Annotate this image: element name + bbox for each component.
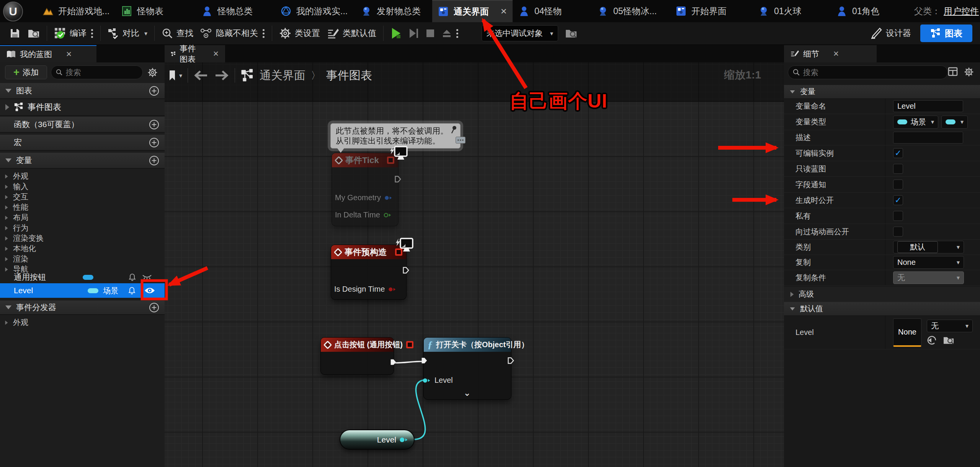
asset-thumbnail[interactable]: None — [893, 318, 921, 347]
category-interaction[interactable]: 交互 — [0, 192, 165, 202]
section-event-dispatchers[interactable]: 事件分发器 — [0, 300, 165, 315]
tab-asset-start-ui[interactable]: 开始界面 — [670, 0, 732, 22]
save-button[interactable] — [9, 28, 21, 39]
exec-out-pin[interactable] — [402, 266, 410, 274]
close-tab-icon[interactable]: ✕ — [500, 7, 507, 16]
event-graph-row[interactable]: 事件图表 — [0, 99, 165, 116]
category-localization[interactable]: 本地化 — [0, 243, 165, 254]
tab-details[interactable]: 细节 ✕ — [784, 45, 877, 62]
row-advanced[interactable]: 高级 — [784, 287, 980, 302]
container-type-dropdown[interactable]: ▾ — [941, 116, 968, 129]
breadcrumb-leaf[interactable]: 事件图表 — [326, 68, 372, 83]
tab-asset-projectile-class[interactable]: 发射物总类 — [355, 0, 426, 22]
class-defaults-button[interactable]: 类默认值 — [327, 28, 376, 39]
node-event-tick[interactable]: 事件Tick My Geometry In Delta Time — [332, 153, 398, 226]
search-input[interactable] — [66, 68, 138, 77]
readonly-checkbox[interactable]: ✓ — [893, 164, 903, 174]
browse-to-asset-icon[interactable] — [943, 335, 954, 345]
close-tab-icon[interactable]: ✕ — [213, 49, 219, 58]
replication-select[interactable]: None ▾ — [893, 256, 964, 269]
description-input[interactable] — [893, 132, 963, 144]
nav-back-icon[interactable] — [193, 70, 209, 81]
debug-browse-button[interactable] — [565, 28, 577, 39]
section-variables[interactable]: 变量 — [0, 153, 165, 169]
breadcrumb-root[interactable]: 通关界面 — [260, 68, 305, 83]
browse-asset-button[interactable] — [28, 28, 40, 39]
search-input[interactable] — [803, 68, 943, 77]
pin-is-design-time[interactable]: Is Design Time — [334, 285, 397, 294]
tab-event-graph[interactable]: 事件图表 ✕ — [165, 45, 225, 62]
default-asset-select[interactable]: 无 ▾ — [927, 320, 973, 332]
node-open-level[interactable]: ƒ 打开关卡（按Object引用） Level ⌄ — [424, 338, 511, 399]
private-checkbox[interactable]: ✓ — [893, 211, 903, 221]
instance-editable-checkbox[interactable]: ✓ — [893, 148, 903, 158]
parent-class-link[interactable]: 用户控件 — [944, 5, 979, 17]
designer-button[interactable]: 设计器 — [870, 28, 911, 39]
bell-icon[interactable] — [129, 273, 136, 281]
category-behavior[interactable]: 行为 — [0, 223, 165, 233]
tab-asset-monster-class[interactable]: 怪物总类 — [196, 0, 258, 22]
unreal-logo-icon[interactable]: U — [3, 2, 23, 21]
tab-asset-monster-table[interactable]: 怪物表 — [116, 0, 169, 22]
tab-asset-05-monster-ice[interactable]: 05怪物冰... — [592, 0, 662, 22]
close-tab-icon[interactable]: ✕ — [66, 50, 72, 59]
use-selected-icon[interactable] — [927, 335, 937, 345]
nav-forward-icon[interactable] — [214, 70, 229, 81]
category-input[interactable]: 输入 — [0, 181, 165, 192]
tab-asset-01-character[interactable]: 01角色 — [831, 0, 885, 22]
exec-out-pin[interactable] — [507, 357, 514, 364]
find-button[interactable]: 查找 — [162, 28, 193, 39]
pin-level-output[interactable] — [399, 437, 408, 443]
section-default-value[interactable]: 默认值 — [784, 302, 980, 316]
category-appearance-bottom[interactable]: 外观 — [0, 317, 165, 328]
category-render-transform[interactable]: 渲染变换 — [0, 233, 165, 243]
frame-skip-button[interactable] — [409, 28, 419, 39]
debug-object-dropdown[interactable]: 未选中调试对象 ▾ — [482, 25, 558, 41]
variable-row-level[interactable]: Level 场景 — [0, 283, 165, 298]
hide-unrelated-button[interactable]: 隐藏不相关 — [200, 28, 258, 39]
exec-out-pin[interactable] — [394, 175, 402, 183]
stop-button[interactable] — [426, 29, 435, 38]
gear-icon[interactable] — [147, 67, 158, 78]
add-macro-icon[interactable] — [149, 137, 159, 148]
compile-button[interactable]: 编译 — [54, 27, 87, 39]
class-settings-button[interactable]: 类设置 — [279, 27, 320, 39]
variable-type-dropdown[interactable]: 场景 ▾ — [893, 116, 938, 129]
node-level-getter[interactable]: Level — [340, 429, 415, 450]
field-notify-checkbox[interactable]: ✓ — [893, 180, 903, 189]
expose-cinematics-checkbox[interactable]: ✓ — [893, 227, 903, 237]
category-performance[interactable]: 性能 — [0, 202, 165, 212]
tab-my-blueprint[interactable]: 我的蓝图 ✕ — [0, 45, 96, 62]
bell-icon[interactable] — [128, 287, 136, 294]
eject-button[interactable] — [442, 28, 452, 38]
display-filter-icon[interactable] — [948, 67, 958, 76]
add-graph-icon[interactable] — [149, 86, 159, 96]
eye-closed-icon[interactable] — [142, 274, 152, 280]
tab-asset-start-map[interactable]: 开始游戏地... — [37, 0, 115, 22]
variable-name-input[interactable] — [893, 100, 963, 112]
tab-asset-clear-ui[interactable]: 通关界面 ✕ — [432, 0, 513, 22]
category-combo[interactable]: 默认 ▾ — [893, 241, 964, 253]
section-graphs[interactable]: 图表 — [0, 83, 165, 99]
play-button[interactable] — [390, 27, 402, 39]
pin-level-input[interactable]: Level — [422, 376, 453, 385]
add-dispatcher-icon[interactable] — [149, 302, 159, 313]
node-on-clicked[interactable]: 点击按钮 (通用按钮) — [321, 338, 394, 374]
pin-my-geometry[interactable]: My Geometry — [335, 193, 393, 202]
bookmarks-button[interactable]: ▾ — [168, 70, 182, 81]
eye-open-icon[interactable] — [144, 287, 155, 294]
tab-asset-04-monster[interactable]: 04怪物 — [513, 0, 567, 22]
diff-button[interactable]: 对比▾ — [108, 28, 147, 39]
section-variable[interactable]: 变量 — [784, 85, 980, 99]
category-rendering[interactable]: 渲染 — [0, 254, 165, 264]
add-variable-icon[interactable] — [149, 155, 159, 166]
exec-out-pin[interactable] — [389, 358, 397, 366]
event-graph-canvas[interactable]: ▾ 通关界面 〉 事件图表 缩放1:1 此节点被禁用，将不会被调用。 从引脚连出… — [165, 62, 784, 467]
graph-mode-button[interactable]: 图表 — [920, 24, 972, 42]
add-function-icon[interactable] — [149, 119, 159, 130]
close-tab-icon[interactable]: ✕ — [833, 49, 839, 58]
category-appearance[interactable]: 外观 — [0, 171, 165, 181]
category-layout[interactable]: 布局 — [0, 212, 165, 223]
add-button[interactable]: + 添加 — [5, 65, 47, 79]
section-functions[interactable]: 函数（36可覆盖） — [0, 117, 165, 133]
